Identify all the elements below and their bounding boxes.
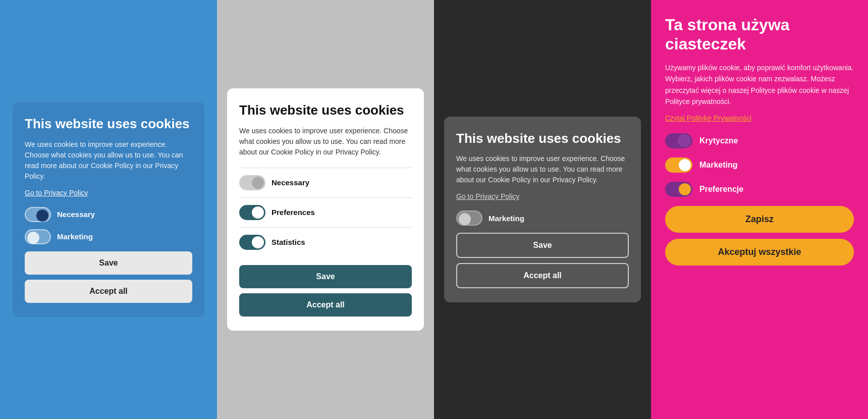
toggle-knob-marketing-3	[459, 213, 471, 225]
privacy-policy-link-4[interactable]: Czytaj Politykę Prywatności	[665, 114, 854, 122]
toggle-row-krytyczne-4: Krytyczne	[665, 133, 854, 148]
toggle-label-marketing-1: Marketing	[57, 232, 93, 241]
accept-all-button-2[interactable]: Accept all	[239, 293, 412, 317]
dialog-description-3: We uses cookies to improve user experien…	[456, 153, 629, 185]
toggle-row-marketing-3: Marketing	[456, 211, 629, 226]
toggle-row-marketing-1: Marketing	[25, 229, 192, 244]
toggle-knob-necessary-2	[252, 177, 264, 189]
toggle-preferencje-4[interactable]	[665, 182, 692, 197]
toggle-marketing-4[interactable]	[665, 158, 692, 173]
privacy-policy-link-1[interactable]: Go to Privacy Policy	[25, 189, 192, 197]
panel-pink: Ta strona używa ciasteczek Używamy plikó…	[651, 0, 868, 419]
toggle-knob-marketing-1	[27, 232, 39, 244]
toggle-necessary-1[interactable]	[25, 207, 51, 222]
cookie-dialog-2: This website uses cookies We uses cookie…	[227, 88, 424, 330]
dialog-title-2: This website uses cookies	[239, 102, 412, 118]
toggle-necessary-2[interactable]	[239, 175, 265, 190]
toggle-label-preferences-2: Preferences	[272, 208, 315, 217]
accept-all-button-3[interactable]: Accept all	[456, 263, 629, 288]
toggle-statistics-2[interactable]	[239, 235, 265, 250]
dialog-description-1: We uses cookies to improve user experien…	[25, 139, 192, 182]
toggle-label-necessary-1: Necessary	[57, 210, 95, 219]
save-button-1[interactable]: Save	[25, 251, 192, 275]
toggle-preferences-2[interactable]	[239, 205, 265, 220]
toggle-knob-marketing-4	[679, 159, 691, 171]
cookie-dialog-3: This website uses cookies We uses cookie…	[444, 117, 641, 302]
toggle-label-marketing-3: Marketing	[489, 214, 524, 223]
cookie-dialog-1: This website uses cookies We uses cookie…	[13, 102, 204, 317]
toggle-row-preferences-2: Preferences	[239, 197, 412, 227]
toggle-label-preferencje-4: Preferencje	[699, 185, 743, 194]
cookie-dialog-4: Ta strona używa ciasteczek Używamy plikó…	[665, 15, 854, 266]
toggle-row-necessary-2: Necessary	[239, 168, 412, 197]
toggle-label-marketing-4: Marketing	[699, 161, 738, 170]
toggle-label-necessary-2: Necessary	[272, 178, 309, 187]
toggle-knob-statistics-2	[252, 236, 264, 248]
toggle-marketing-1[interactable]	[25, 229, 51, 244]
panel-blue: This website uses cookies We uses cookie…	[0, 0, 217, 419]
toggle-row-preferencje-4: Preferencje	[665, 182, 854, 197]
save-button-3[interactable]: Save	[456, 233, 629, 258]
toggle-knob-necessary-1	[36, 210, 48, 222]
accept-all-button-4[interactable]: Akceptuj wszystkie	[665, 239, 854, 266]
toggle-label-statistics-2: Statistics	[272, 238, 305, 246]
panel-dark: This website uses cookies We uses cookie…	[434, 0, 651, 419]
toggle-label-krytyczne-4: Krytyczne	[699, 136, 738, 145]
dialog-description-2: We uses cookies to improve user experien…	[239, 126, 412, 158]
dialog-description-4: Używamy plików cookie, aby poprawić komf…	[665, 62, 854, 108]
save-button-2[interactable]: Save	[239, 265, 412, 288]
toggle-row-necessary-1: Necessary	[25, 207, 192, 222]
dialog-title-1: This website uses cookies	[25, 116, 192, 132]
toggle-row-statistics-2: Statistics	[239, 227, 412, 257]
accept-all-button-1[interactable]: Accept all	[25, 280, 192, 303]
save-button-4[interactable]: Zapisz	[665, 206, 854, 233]
dialog-title-3: This website uses cookies	[456, 131, 629, 146]
privacy-policy-link-3[interactable]: Go to Privacy Policy	[456, 192, 629, 200]
toggle-krytyczne-4[interactable]	[665, 133, 692, 148]
toggle-knob-krytyczne-4	[678, 134, 691, 147]
toggle-marketing-3[interactable]	[456, 211, 482, 226]
toggle-row-marketing-4: Marketing	[665, 158, 854, 173]
panel-light-gray: This website uses cookies We uses cookie…	[217, 0, 434, 419]
dialog-title-4: Ta strona używa ciasteczek	[665, 15, 854, 54]
toggle-knob-preferences-2	[252, 206, 264, 219]
toggle-knob-preferencje-4	[679, 183, 691, 195]
